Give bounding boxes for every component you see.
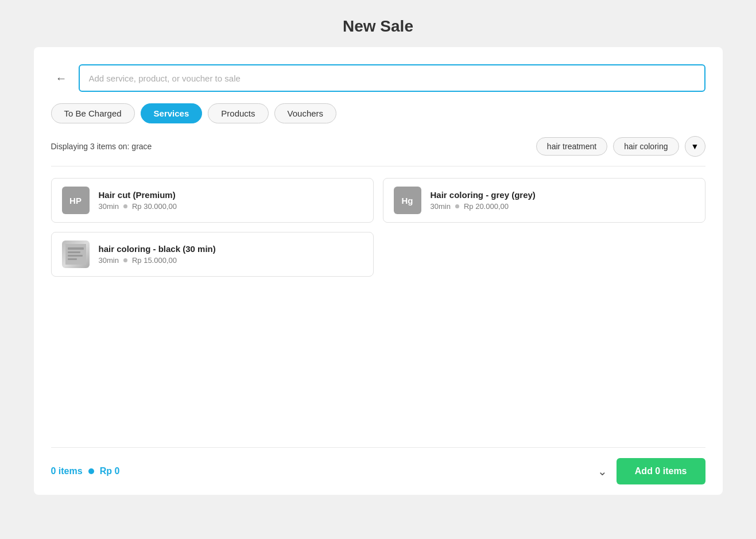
page-title: New Sale xyxy=(343,17,413,36)
item-duration-hg: 30min xyxy=(431,202,451,211)
filter-dropdown-button[interactable]: ▼ xyxy=(685,136,705,157)
display-text: Displaying 3 items on: grace xyxy=(51,142,152,151)
item-avatar-hg: Hg xyxy=(394,187,421,214)
item-avatar-hair-coloring-black xyxy=(62,241,90,268)
item-card-hair-coloring-black[interactable]: hair coloring - black (30 min) 30min Rp … xyxy=(51,232,374,277)
footer: 0 items Rp 0 ⌄ Add 0 items xyxy=(51,447,705,495)
item-card-hair-coloring-grey[interactable]: Hg Hair coloring - grey (grey) 30min Rp … xyxy=(383,178,705,223)
search-input[interactable] xyxy=(79,64,705,92)
tab-vouchers[interactable]: Vouchers xyxy=(274,103,337,123)
item-avatar-hp: HP xyxy=(62,187,90,214)
svg-rect-3 xyxy=(68,255,83,257)
chevron-down-icon[interactable]: ⌄ xyxy=(598,464,607,478)
item-meta-hair-cut-premium: 30min Rp 30.000,00 xyxy=(99,202,363,211)
modal-container: ← To Be Charged Services Products Vouche… xyxy=(34,47,723,495)
item-duration-hp: 30min xyxy=(99,202,119,211)
tabs-row: To Be Charged Services Products Vouchers xyxy=(51,103,705,123)
item-name-hair-coloring-grey: Hair coloring - grey (grey) xyxy=(431,190,695,200)
footer-dot-icon xyxy=(88,468,94,474)
item-meta-hair-coloring-black: 30min Rp 15.000,00 xyxy=(99,256,363,265)
footer-total: Rp 0 xyxy=(100,466,120,476)
item-info-hair-coloring-black: hair coloring - black (30 min) 30min Rp … xyxy=(99,244,363,265)
svg-rect-1 xyxy=(68,247,84,250)
item-name-hair-cut-premium: Hair cut (Premium) xyxy=(99,190,363,200)
item-price-hp: Rp 30.000,00 xyxy=(132,202,177,211)
divider xyxy=(51,166,705,166)
tab-to-be-charged[interactable]: To Be Charged xyxy=(51,103,135,123)
add-items-button[interactable]: Add 0 items xyxy=(617,458,705,484)
dot-icon xyxy=(455,204,459,208)
item-price-black: Rp 15.000,00 xyxy=(132,256,177,265)
svg-rect-4 xyxy=(68,258,77,260)
svg-rect-2 xyxy=(68,251,80,253)
item-meta-hair-coloring-grey: 30min Rp 20.000,00 xyxy=(431,202,695,211)
item-name-hair-coloring-black: hair coloring - black (30 min) xyxy=(99,244,363,254)
dot-icon xyxy=(123,258,127,262)
search-row: ← xyxy=(51,64,705,92)
item-duration-black: 30min xyxy=(99,256,119,265)
tab-services[interactable]: Services xyxy=(141,103,203,123)
filter-row: Displaying 3 items on: grace hair treatm… xyxy=(51,136,705,157)
tab-products[interactable]: Products xyxy=(208,103,268,123)
item-info-hair-coloring-grey: Hair coloring - grey (grey) 30min Rp 20.… xyxy=(431,190,695,211)
items-grid: HP Hair cut (Premium) 30min Rp 30.000,00… xyxy=(51,178,705,277)
dot-icon xyxy=(123,204,127,208)
filter-tags: hair treatment hair coloring ▼ xyxy=(536,136,705,157)
filter-tag-hair-treatment[interactable]: hair treatment xyxy=(536,137,607,156)
svg-rect-0 xyxy=(65,244,86,265)
footer-items-count: 0 items xyxy=(51,466,83,476)
footer-left: 0 items Rp 0 xyxy=(51,466,120,476)
item-price-hg: Rp 20.000,00 xyxy=(464,202,509,211)
item-card-hair-cut-premium[interactable]: HP Hair cut (Premium) 30min Rp 30.000,00 xyxy=(51,178,374,223)
filter-tag-hair-coloring[interactable]: hair coloring xyxy=(613,137,679,156)
item-avatar-image-placeholder xyxy=(62,241,90,268)
back-button[interactable]: ← xyxy=(51,68,72,88)
footer-right: ⌄ Add 0 items xyxy=(598,458,705,484)
item-info-hair-cut-premium: Hair cut (Premium) 30min Rp 30.000,00 xyxy=(99,190,363,211)
